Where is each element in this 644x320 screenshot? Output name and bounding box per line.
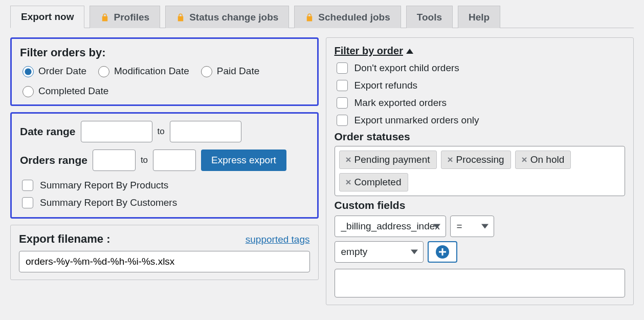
chevron-down-icon xyxy=(411,250,418,254)
express-export-button[interactable]: Express export xyxy=(201,150,286,171)
filename-label: Export filename : xyxy=(19,232,110,246)
plus-circle-icon xyxy=(436,245,449,259)
status-tag: ×Pending payment xyxy=(339,151,437,169)
filter-by-order-toggle[interactable]: Filter by order xyxy=(335,45,413,57)
filter-orders-radios: Order Date Modification Date Paid Date C… xyxy=(20,65,309,97)
radio-label: Modification Date xyxy=(114,66,189,77)
remove-tag-icon[interactable]: × xyxy=(448,154,453,165)
cf-op-value: = xyxy=(457,221,462,232)
radio-modification-date-input[interactable] xyxy=(98,66,109,77)
tab-label: Profiles xyxy=(114,12,149,23)
tab-status-change-jobs[interactable]: Status change jobs xyxy=(165,6,289,28)
orders-from-input[interactable] xyxy=(93,150,136,171)
radio-completed-date-input[interactable] xyxy=(23,86,34,97)
filename-box: Export filename : supported tags xyxy=(10,225,319,280)
radio-order-date-input[interactable] xyxy=(23,66,34,77)
supported-tags-link[interactable]: supported tags xyxy=(246,234,310,245)
check-label: Summary Report By Products xyxy=(40,180,168,191)
check-summary-customers[interactable]: Summary Report By Customers xyxy=(20,196,309,210)
tab-label: Tools xyxy=(417,12,442,23)
tab-export-now[interactable]: Export now xyxy=(10,6,84,28)
order-statuses-label: Order statuses xyxy=(335,131,626,143)
check-mark-exported-input[interactable] xyxy=(337,97,348,109)
cf-field-value: _billing_address_index xyxy=(341,221,440,232)
check-label: Don't export child orders xyxy=(354,62,459,74)
status-tag: ×Completed xyxy=(339,173,408,191)
filename-input[interactable] xyxy=(19,251,310,272)
tab-label: Help xyxy=(469,12,490,23)
date-to-input[interactable] xyxy=(170,121,241,142)
check-label: Export refunds xyxy=(354,80,418,91)
caret-up-icon xyxy=(406,49,413,54)
lock-icon xyxy=(176,13,185,22)
radio-completed-date[interactable]: Completed Date xyxy=(20,84,108,97)
cf-field-select[interactable]: _billing_address_index xyxy=(335,216,446,237)
order-statuses-select[interactable]: ×Pending payment ×Processing ×On hold ×C… xyxy=(335,146,626,196)
date-from-input[interactable] xyxy=(81,121,152,142)
check-label: Export unmarked orders only xyxy=(354,115,479,126)
chevron-down-icon xyxy=(433,224,440,229)
check-summary-products-input[interactable] xyxy=(22,180,33,191)
tag-label: Pending payment xyxy=(354,154,430,165)
tab-profiles[interactable]: Profiles xyxy=(90,6,160,28)
radio-paid-date[interactable]: Paid Date xyxy=(198,65,259,77)
tab-label: Status change jobs xyxy=(189,12,278,23)
radio-order-date[interactable]: Order Date xyxy=(20,65,86,77)
lock-icon xyxy=(100,13,109,22)
check-refunds[interactable]: Export refunds xyxy=(335,78,626,93)
check-unmarked-only-input[interactable] xyxy=(337,115,348,126)
chevron-down-icon xyxy=(481,224,488,229)
remove-tag-icon[interactable]: × xyxy=(346,154,351,165)
radio-paid-date-input[interactable] xyxy=(201,66,212,77)
remove-tag-icon[interactable]: × xyxy=(346,177,351,188)
cf-value-select[interactable]: empty xyxy=(335,241,424,263)
custom-fields-label: Custom fields xyxy=(335,199,626,211)
tab-tools[interactable]: Tools xyxy=(406,6,453,28)
tab-help[interactable]: Help xyxy=(458,6,500,28)
cf-op-select[interactable]: = xyxy=(450,216,494,237)
tag-label: Completed xyxy=(354,177,402,188)
orders-to-input[interactable] xyxy=(153,150,196,171)
tab-label: Scheduled jobs xyxy=(318,12,390,23)
radio-label: Completed Date xyxy=(38,86,108,97)
cf-add-button[interactable] xyxy=(428,241,457,263)
filter-orders-by-box: Filter orders by: Order Date Modificatio… xyxy=(10,37,319,106)
to-label: to xyxy=(141,155,148,165)
check-summary-customers-input[interactable] xyxy=(22,197,33,208)
orders-range-label: Orders range xyxy=(20,154,87,166)
filter-orders-title: Filter orders by: xyxy=(20,46,309,59)
tab-label: Export now xyxy=(21,11,74,23)
date-range-label: Date range xyxy=(20,125,76,138)
status-tag: ×Processing xyxy=(441,151,511,169)
check-no-child[interactable]: Don't export child orders xyxy=(335,61,626,75)
check-unmarked-only[interactable]: Export unmarked orders only xyxy=(335,113,626,127)
radio-label: Paid Date xyxy=(217,66,259,77)
status-tag: ×On hold xyxy=(515,151,571,169)
cf-rules-box[interactable] xyxy=(335,269,626,297)
check-label: Summary Report By Customers xyxy=(40,197,177,208)
filter-by-order-label: Filter by order xyxy=(335,45,403,57)
lock-icon xyxy=(305,13,314,22)
filter-by-order-box: Filter by order Don't export child order… xyxy=(326,37,634,305)
range-box: Date range to Orders range to Express ex… xyxy=(10,112,319,219)
to-label: to xyxy=(158,126,165,137)
tab-scheduled-jobs[interactable]: Scheduled jobs xyxy=(294,6,401,28)
tag-label: On hold xyxy=(530,154,565,165)
check-no-child-input[interactable] xyxy=(337,62,348,74)
check-label: Mark exported orders xyxy=(354,97,447,109)
check-summary-products[interactable]: Summary Report By Products xyxy=(20,178,309,193)
radio-label: Order Date xyxy=(38,66,86,77)
check-mark-exported[interactable]: Mark exported orders xyxy=(335,96,626,110)
tabs: Export now Profiles Status change jobs S… xyxy=(10,5,634,28)
check-refunds-input[interactable] xyxy=(337,80,348,91)
radio-modification-date[interactable]: Modification Date xyxy=(96,65,189,77)
tag-label: Processing xyxy=(456,154,504,165)
remove-tag-icon[interactable]: × xyxy=(522,154,527,165)
cf-value: empty xyxy=(341,246,368,258)
